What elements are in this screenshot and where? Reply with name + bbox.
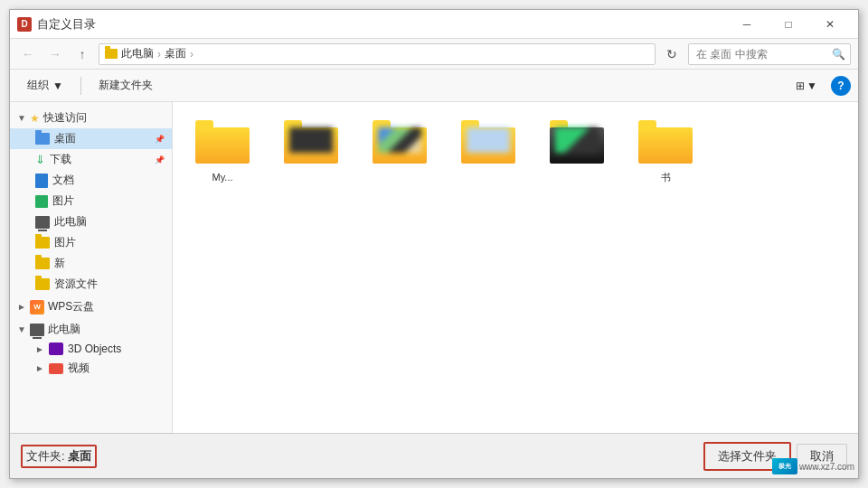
app-icon: D — [17, 17, 32, 32]
file-thumb — [279, 117, 343, 167]
navigation-toolbar: ← → ↑ 此电脑 › 桌面 › ↻ 🔍 — [10, 39, 858, 70]
computer-expand-icon: ▼ — [17, 324, 26, 334]
pin-icon-2: 📌 — [155, 155, 165, 164]
address-bar[interactable]: 此电脑 › 桌面 › — [99, 43, 656, 65]
sidebar-item-new[interactable]: 新 — [10, 253, 172, 274]
refresh-button[interactable]: ↻ — [661, 43, 683, 65]
file-item[interactable] — [270, 111, 352, 189]
file-label: 书 — [661, 171, 671, 183]
organize-button[interactable]: 组织 ▼ — [17, 74, 73, 98]
forward-button[interactable]: → — [44, 43, 66, 65]
toolbar-separator — [80, 77, 81, 95]
view-chevron-icon: ▼ — [807, 80, 817, 92]
sidebar: ▼ ★ 快速访问 桌面 📌 ⇓ 下载 📌 文档 — [10, 102, 173, 433]
file-item[interactable] — [448, 111, 529, 189]
threed-icon — [49, 343, 63, 355]
cancel-button[interactable]: 取消 — [797, 444, 847, 469]
address-trailing-sep: › — [190, 48, 193, 61]
sidebar-section-quick-access: ▼ ★ 快速访问 桌面 📌 ⇓ 下载 📌 文档 — [10, 108, 172, 295]
sidebar-section-computer: ▼ 此电脑 ► 3D Objects ► 视频 — [10, 319, 172, 379]
sidebar-item-video[interactable]: ► 视频 — [10, 358, 172, 379]
dialog-title: 自定义目录 — [37, 16, 726, 33]
folder-input-wrap: 文件夹: 桌面 — [21, 445, 97, 468]
sidebar-item-pictures[interactable]: 图片 — [10, 191, 172, 211]
file-area: My... — [173, 102, 858, 433]
threed-expand-icon: ► — [35, 344, 44, 354]
sidebar-item-3d[interactable]: ► 3D Objects — [10, 340, 172, 358]
file-thumb — [545, 117, 609, 167]
file-thumb — [191, 117, 254, 167]
up-button[interactable]: ↑ — [71, 43, 93, 65]
bottom-right: 选择文件夹 取消 — [703, 442, 847, 471]
sidebar-section-wps: ► W WPS云盘 — [10, 296, 172, 317]
quick-access-star-icon: ★ — [30, 112, 40, 125]
this-pc-icon — [35, 216, 50, 229]
video-icon — [49, 363, 63, 374]
action-toolbar: 组织 ▼ 新建文件夹 ⊞ ▼ ? — [10, 70, 858, 102]
dialog: D 自定义目录 ─ □ ✕ ← → ↑ 此电脑 › 桌面 › ↻ 🔍 — [9, 9, 859, 479]
file-item[interactable] — [359, 111, 440, 189]
sidebar-quick-access-header[interactable]: ▼ ★ 快速访问 — [10, 108, 172, 128]
file-item[interactable]: 书 — [625, 111, 706, 189]
pc-pictures-icon — [35, 237, 50, 249]
pin-icon: 📌 — [155, 135, 165, 144]
file-thumb — [368, 117, 431, 167]
documents-icon — [35, 174, 48, 188]
sidebar-item-desktop[interactable]: 桌面 📌 — [10, 128, 172, 149]
bottom-bar: 文件夹: 桌面 选择文件夹 取消 — [10, 433, 858, 478]
file-item[interactable] — [536, 111, 618, 189]
download-icon: ⇓ — [35, 153, 45, 166]
search-input[interactable] — [688, 43, 851, 65]
window-controls: ─ □ ✕ — [726, 10, 851, 39]
new-folder-icon — [35, 258, 50, 269]
desktop-folder-icon — [35, 133, 50, 145]
main-content: ▼ ★ 快速访问 桌面 📌 ⇓ 下载 📌 文档 — [10, 102, 858, 433]
view-grid-icon: ⊞ — [796, 80, 805, 92]
help-button[interactable]: ? — [831, 76, 851, 96]
maximize-button[interactable]: □ — [768, 10, 809, 39]
sidebar-item-resource[interactable]: 资源文件 — [10, 274, 172, 295]
search-wrap: 🔍 — [688, 43, 851, 65]
back-button[interactable]: ← — [17, 43, 39, 65]
sidebar-computer-header[interactable]: ▼ 此电脑 — [10, 319, 172, 340]
resource-folder-icon — [35, 278, 50, 290]
folder-value: 桌面 — [68, 448, 91, 465]
folder-label: 文件夹: — [26, 448, 65, 465]
file-label: My... — [212, 171, 232, 183]
titlebar: D 自定义目录 ─ □ ✕ — [10, 10, 858, 39]
address-part2: 桌面 — [165, 46, 186, 61]
minimize-button[interactable]: ─ — [726, 10, 768, 39]
view-button[interactable]: ⊞ ▼ — [789, 74, 824, 98]
sidebar-item-this-pc[interactable]: 此电脑 — [10, 211, 172, 232]
sidebar-wps-header[interactable]: ► W WPS云盘 — [10, 296, 172, 317]
select-folder-button[interactable]: 选择文件夹 — [705, 444, 789, 469]
computer-main-icon — [30, 324, 44, 336]
sidebar-item-documents[interactable]: 文档 — [10, 170, 172, 191]
file-item[interactable]: My... — [182, 111, 263, 189]
new-folder-button[interactable]: 新建文件夹 — [89, 74, 163, 98]
expand-icon: ▼ — [17, 113, 26, 123]
select-button-wrap: 选择文件夹 — [703, 442, 791, 471]
address-folder-sm — [105, 49, 118, 59]
video-expand-icon: ► — [35, 363, 44, 373]
wps-expand-icon: ► — [17, 302, 26, 312]
sidebar-item-downloads[interactable]: ⇓ 下载 📌 — [10, 149, 172, 170]
file-thumb — [634, 117, 697, 167]
address-separator: › — [157, 48, 161, 61]
address-part1: 此电脑 — [121, 46, 154, 61]
file-thumb — [457, 117, 520, 167]
organize-chevron-icon: ▼ — [52, 80, 63, 92]
wps-cloud-icon: W — [30, 300, 44, 314]
folder-sm-icon — [105, 49, 118, 59]
close-button[interactable]: ✕ — [809, 10, 851, 39]
pictures-icon — [35, 195, 48, 208]
sidebar-item-pc-pictures[interactable]: 图片 — [10, 232, 172, 253]
